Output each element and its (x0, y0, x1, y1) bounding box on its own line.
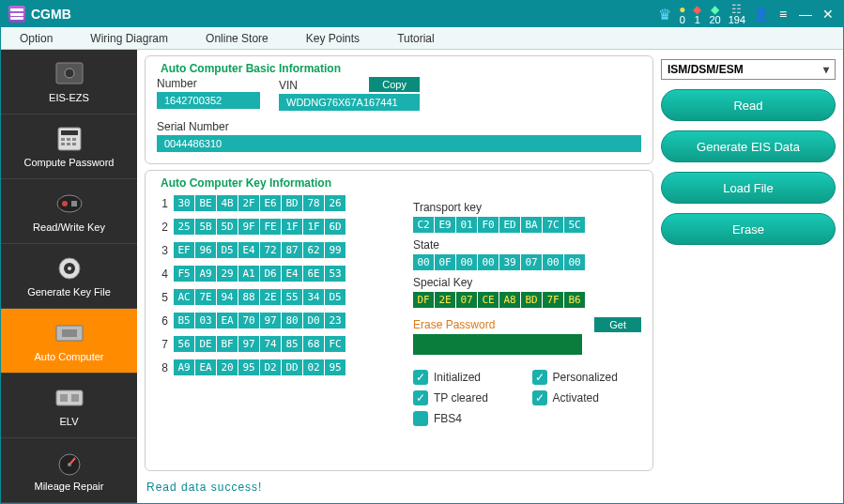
transport-key-value: C2E901F0EDBA7C5C (413, 217, 641, 233)
crown-icon[interactable]: ♛ (658, 6, 671, 23)
svg-rect-8 (67, 143, 70, 145)
svg-point-1 (65, 69, 74, 78)
key-index: 6 (157, 314, 168, 328)
close-icon[interactable]: ✕ (821, 7, 836, 22)
sidebar-item-label: Auto Computer (35, 351, 104, 362)
menu-key-points[interactable]: Key Points (306, 32, 360, 45)
svg-rect-5 (67, 138, 70, 141)
check-tp-cleared: ✓TP cleared (413, 390, 523, 405)
sidebar-item-mileage-repair[interactable]: Mileage Repair (1, 438, 137, 502)
key-info-panel: Auto Computer Key Information 130BE4B2FE… (145, 170, 653, 471)
check-icon (413, 411, 428, 426)
sidebar-item-label: Generate Key File (27, 286, 111, 298)
menu-icon[interactable]: ≡ (775, 7, 790, 22)
counter-2: ◆20 (709, 4, 720, 25)
svg-rect-4 (61, 138, 65, 141)
app-logo (8, 6, 25, 23)
copy-button[interactable]: Copy (369, 77, 420, 92)
vin-value: WDDNG76X67A167441 (279, 94, 420, 111)
menu-online-store[interactable]: Online Store (206, 32, 269, 45)
user-icon[interactable]: 👤 (753, 7, 768, 22)
minimize-icon[interactable]: — (798, 7, 813, 22)
key-index: 5 (157, 291, 168, 304)
menubar: Option Wiring Diagram Online Store Key P… (1, 27, 843, 50)
key-row: 6B503EA709780D023 (157, 313, 385, 328)
sidebar-item-compute-password[interactable]: Compute Password (1, 115, 137, 178)
device-type-dropdown[interactable]: ISM/DSM/ESM (661, 59, 836, 80)
get-button[interactable]: Get (594, 317, 641, 332)
key-bytes: A9EA2095D2DD0295 (174, 359, 345, 375)
gauge-icon (51, 449, 88, 477)
check-fbs4: FBS4 (413, 411, 523, 426)
key-row: 8A9EA2095D2DD0295 (157, 359, 385, 375)
key-fob-icon (51, 190, 88, 218)
menu-tutorial[interactable]: Tutorial (397, 32, 435, 45)
titlebar: CGMB ♛ ●0 ◆1 ◆20 ☷194 👤 ≡ — ✕ (1, 1, 843, 27)
check-icon: ✓ (532, 390, 547, 405)
sidebar-item-label: ELV (60, 416, 79, 427)
state-value: 000F000039070000 (413, 254, 641, 270)
read-button[interactable]: Read (661, 89, 836, 121)
key-row: 5AC7E94882E5534D5 (157, 289, 385, 305)
counter-3: ☷194 (729, 4, 745, 25)
key-bytes: 255B5D9FFE1F1F6D (174, 219, 345, 235)
svg-point-22 (68, 463, 71, 466)
key-list: 130BE4B2FE6BD78262255B5D9FFE1F1F6D3EF96D… (157, 195, 385, 426)
check-activated: ✓Activated (532, 390, 642, 405)
key-row: 3EF96D5E472876299 (157, 242, 385, 258)
svg-rect-17 (62, 329, 77, 337)
disc-icon (51, 254, 88, 283)
serial-label: Serial Number (157, 120, 641, 133)
key-bytes: AC7E94882E5534D5 (174, 289, 345, 305)
check-icon: ✓ (532, 370, 547, 385)
erase-password-label: Erase Password (413, 318, 495, 331)
key-index: 8 (157, 361, 168, 374)
svg-rect-19 (60, 394, 68, 402)
menu-wiring-diagram[interactable]: Wiring Diagram (90, 32, 168, 45)
state-label: State (413, 238, 641, 252)
safe-icon (51, 60, 88, 88)
erase-button[interactable]: Erase (661, 213, 836, 245)
ecu-icon (51, 319, 88, 347)
vin-label: VIN (279, 79, 298, 92)
key-row: 130BE4B2FE6BD7826 (157, 195, 385, 211)
svg-rect-7 (61, 143, 65, 145)
sidebar-item-eis-ezs[interactable]: EIS-EZS (1, 50, 137, 114)
special-key-label: Special Key (413, 276, 641, 289)
basic-info-panel: Auto Computer Basic Information Number 1… (145, 55, 653, 164)
key-row: 4F5A929A1D6E46E53 (157, 266, 385, 282)
key-index: 2 (157, 221, 168, 234)
check-icon: ✓ (413, 390, 428, 405)
panel-title: Auto Computer Basic Information (157, 62, 345, 75)
key-index: 3 (157, 244, 168, 257)
key-bytes: 56DEBF97748568FC (174, 336, 345, 352)
check-personalized: ✓Personalized (532, 370, 642, 385)
app-title: CGMB (31, 7, 71, 22)
load-file-button[interactable]: Load File (661, 172, 836, 204)
status-message: Read data success! (145, 477, 653, 497)
sidebar-item-generate-key-file[interactable]: Generate Key File (1, 244, 137, 308)
calculator-icon (51, 125, 88, 153)
key-row: 2255B5D9FFE1F1F6D (157, 219, 385, 235)
sidebar-item-label: Read/Write Key (33, 221, 105, 233)
generate-eis-data-button[interactable]: Generate EIS Data (661, 130, 836, 162)
svg-point-11 (62, 201, 68, 206)
key-bytes: 30BE4B2FE6BD7826 (174, 195, 345, 211)
sidebar-item-auto-computer[interactable]: Auto Computer (1, 309, 137, 373)
sidebar-item-elv[interactable]: ELV (1, 374, 137, 437)
menu-option[interactable]: Option (20, 32, 53, 45)
panel-title: Auto Computer Key Information (157, 176, 335, 190)
serial-value: 0044486310 (157, 135, 641, 152)
key-index: 4 (157, 267, 168, 281)
svg-rect-6 (72, 138, 76, 141)
sidebar-item-label: EIS-EZS (49, 92, 89, 103)
sidebar-item-read-write-key[interactable]: Read/Write Key (1, 179, 137, 243)
counter-0: ●0 (679, 4, 685, 25)
svg-point-10 (57, 195, 82, 212)
transport-key-label: Transport key (413, 201, 641, 214)
special-key-value: DF2E07CEA8BD7FB6 (413, 292, 641, 308)
key-row: 756DEBF97748568FC (157, 336, 385, 352)
check-icon: ✓ (413, 370, 428, 385)
key-bytes: EF96D5E472876299 (174, 242, 345, 258)
key-index: 1 (157, 197, 168, 210)
